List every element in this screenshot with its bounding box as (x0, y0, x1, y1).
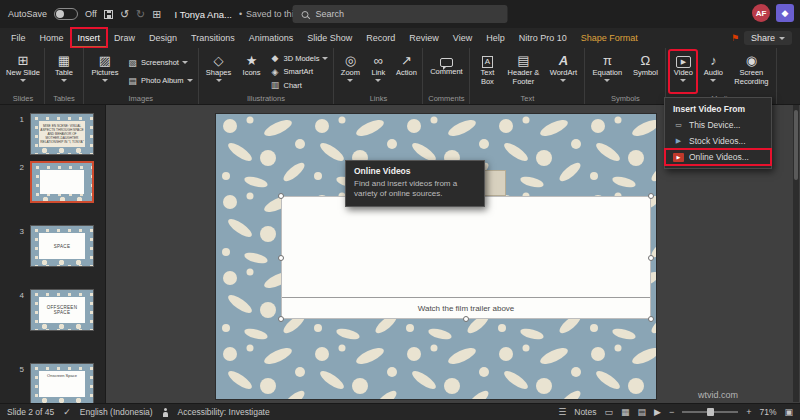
tab-view[interactable]: View (446, 28, 479, 48)
selection-handle[interactable] (648, 193, 654, 199)
thumbnail-slide-2[interactable] (30, 161, 94, 203)
slide-content-box[interactable]: Watch the film trailer above (281, 196, 651, 319)
tab-record[interactable]: Record (359, 28, 402, 48)
shapes-button[interactable]: ◇ Shapes (202, 50, 236, 93)
tab-help[interactable]: Help (479, 28, 512, 48)
zoom-slider[interactable] (682, 411, 738, 413)
autosave-toggle[interactable] (54, 8, 78, 20)
equation-button[interactable]: π Equation (588, 50, 626, 93)
thumbnail-slide-1[interactable]: MISE EN SCENE: VISUAL ASPECTS THROUGH SP… (30, 113, 94, 155)
tab-shape-format[interactable]: Shape Format (574, 28, 645, 48)
slide-caption-text[interactable]: Watch the film trailer above (282, 304, 650, 313)
comment-button[interactable]: Comment (426, 50, 466, 93)
slideshow-icon[interactable]: ▶ (654, 407, 661, 417)
titlebar-extra-button[interactable]: ◆ (776, 4, 794, 22)
group-label-illustrations: Illustrations (202, 93, 331, 104)
tab-transitions[interactable]: Transitions (184, 28, 242, 48)
selection-handle[interactable] (648, 316, 654, 322)
scrollbar-thumb[interactable] (794, 110, 798, 180)
icons-label: Icons (243, 69, 261, 78)
selection-handle[interactable] (463, 316, 469, 322)
zoom-button[interactable]: ◎ Zoom (337, 50, 363, 93)
slide-canvas[interactable]: ↻ Watch the film trailer above (216, 114, 656, 399)
dropdown-arrow-icon (216, 79, 222, 82)
tab-review[interactable]: Review (402, 28, 446, 48)
3d-models-button[interactable]: ◆ 3D Models (268, 52, 331, 65)
search-input[interactable]: Search (293, 5, 508, 23)
undo-icon[interactable]: ↺ (120, 9, 129, 20)
action-button[interactable]: ↗ Action (393, 50, 419, 93)
document-title[interactable]: I Tonya Ana... (175, 9, 232, 20)
header-footer-button[interactable]: ▤ Header & Footer (503, 50, 543, 93)
selection-handle[interactable] (278, 316, 284, 322)
new-slide-button[interactable]: ⊞ New Slide (5, 50, 41, 93)
quick-access-icon[interactable]: ⊞ (152, 9, 161, 20)
thumbnail-slide-4[interactable]: OFFSCREEN SPACE (30, 289, 94, 331)
slide-indicator[interactable]: Slide 2 of 45 (7, 407, 54, 417)
video-button[interactable]: ▶ Video (669, 50, 697, 93)
new-slide-label: New Slide (6, 69, 40, 78)
table-button[interactable]: ▦ Table (48, 50, 80, 93)
dropdown-arrow-icon (375, 79, 381, 82)
menu-item-this-device[interactable]: ▭ This Device... (665, 117, 771, 133)
online-videos-tooltip: Online Videos Find and insert videos fro… (345, 160, 485, 207)
zoom-percent[interactable]: 71% (759, 407, 776, 417)
accessibility-icon (162, 408, 169, 417)
avatar[interactable]: AF (752, 4, 770, 22)
zoom-label: Zoom (341, 69, 360, 78)
menu-item-online-videos[interactable]: ▶ Online Videos... (665, 149, 771, 165)
chart-button[interactable]: ▥ Chart (268, 79, 331, 92)
text-box-button[interactable]: A Text Box (473, 50, 501, 93)
link-button[interactable]: ∞ Link (365, 50, 391, 93)
photo-album-button[interactable]: ▤ Photo Album (125, 74, 195, 87)
selection-handle[interactable] (278, 255, 284, 261)
tab-home[interactable]: Home (33, 28, 71, 48)
smartart-icon: ◈ (270, 67, 281, 77)
audio-label: Audio (704, 69, 723, 78)
wordart-icon: A (559, 53, 568, 68)
wordart-button[interactable]: A WordArt (545, 50, 581, 93)
ribbon-group-links: ◎ Zoom ∞ Link ↗ Action Links (334, 48, 423, 104)
tab-draw[interactable]: Draw (107, 28, 142, 48)
menu-item-stock-videos[interactable]: ▶ Stock Videos... (665, 133, 771, 149)
screenshot-button[interactable]: ▧ Screenshot (125, 56, 195, 69)
thumbnail-slide-5[interactable]: Onscreen Space (30, 363, 94, 403)
share-button[interactable]: Share (744, 31, 792, 45)
tab-animations[interactable]: Animations (242, 28, 301, 48)
tab-file[interactable]: File (4, 28, 33, 48)
audio-button[interactable]: ♪ Audio (699, 50, 727, 93)
zoom-in-icon[interactable]: + (746, 407, 751, 417)
accessibility-status[interactable]: Accessibility: Investigate (178, 407, 270, 417)
smartart-button[interactable]: ◈ SmartArt (268, 65, 331, 78)
new-slide-icon: ⊞ (18, 53, 29, 68)
pictures-button[interactable]: ▨ Pictures (87, 50, 123, 93)
insert-video-menu-header: Insert Video From (665, 100, 771, 117)
thumbnail-4-text: OFFSCREEN SPACE (39, 297, 85, 323)
tab-nitro-pro[interactable]: Nitro Pro 10 (512, 28, 574, 48)
dropdown-arrow-icon (680, 79, 686, 82)
notes-button[interactable]: Notes (574, 407, 596, 417)
selection-handle[interactable] (278, 193, 284, 199)
tab-insert[interactable]: Insert (71, 28, 108, 48)
selection-handle[interactable] (648, 255, 654, 261)
zoom-slider-thumb[interactable] (707, 408, 714, 416)
slide-sorter-icon[interactable]: ▦ (621, 407, 630, 417)
redo-icon[interactable]: ↻ (136, 9, 145, 20)
screen-recording-button[interactable]: ◉ Screen Recording (729, 50, 773, 93)
tab-slide-show[interactable]: Slide Show (300, 28, 359, 48)
symbol-button[interactable]: Ω Symbol (628, 50, 662, 93)
reading-view-icon[interactable]: ▤ (638, 407, 647, 417)
normal-view-icon[interactable]: ▭ (604, 407, 613, 417)
vertical-scrollbar[interactable] (793, 105, 799, 402)
save-icon[interactable] (104, 10, 113, 19)
language-indicator[interactable]: English (Indonesia) (80, 407, 153, 417)
spellcheck-icon[interactable]: ✓ (63, 407, 71, 417)
icons-button[interactable]: ★ Icons (238, 50, 266, 93)
thumbnail-slide-3[interactable]: SPACE (30, 225, 94, 267)
tab-design[interactable]: Design (142, 28, 184, 48)
fit-to-window-icon[interactable]: ▣ (784, 407, 793, 417)
chevron-down-icon (779, 37, 785, 40)
zoom-out-icon[interactable]: − (669, 407, 674, 417)
watermark-text: wtvid.com (698, 390, 738, 400)
ribbon-group-slides: ⊞ New Slide Slides (2, 48, 45, 104)
